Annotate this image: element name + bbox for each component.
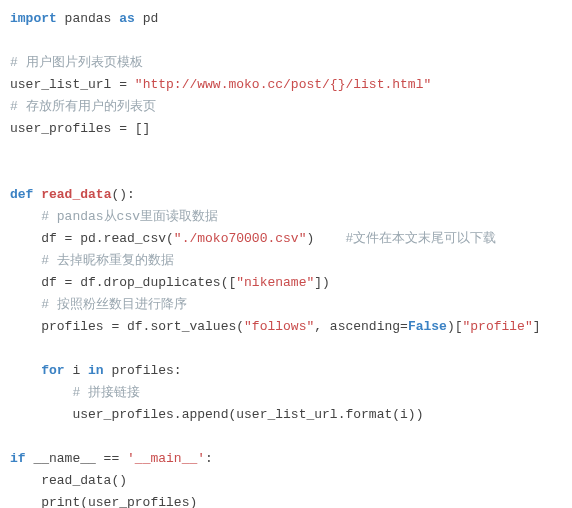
kw-import: import xyxy=(10,11,57,26)
bool-false: False xyxy=(408,319,447,334)
line-call: user_profiles.append(user_list_url.forma… xyxy=(10,407,423,422)
comment-inline: #文件在本文末尾可以下载 xyxy=(345,231,496,246)
string: "follows" xyxy=(244,319,314,334)
line-call: df = df.drop_duplicates(["nikename"]) xyxy=(10,275,330,290)
comment-line: # 去掉昵称重复的数据 xyxy=(10,253,174,268)
line-1: import pandas as pd xyxy=(10,11,158,26)
line-def: def read_data(): xyxy=(10,187,135,202)
kw-for: for xyxy=(41,363,64,378)
line-call: read_data() xyxy=(10,473,127,488)
line-assign: user_list_url = "http://www.moko.cc/post… xyxy=(10,77,431,92)
comment-line: # 按照粉丝数目进行降序 xyxy=(10,297,187,312)
comment-line: # pandas从csv里面读取数据 xyxy=(10,209,218,224)
fn-name: read_data xyxy=(41,187,111,202)
string: "profile" xyxy=(463,319,533,334)
kw-as: as xyxy=(119,11,135,26)
string: "nikename" xyxy=(236,275,314,290)
comment-line: # 拼接链接 xyxy=(10,385,140,400)
line-call: profiles = df.sort_values("follows", asc… xyxy=(10,319,541,334)
kw-def: def xyxy=(10,187,33,202)
line-assign: user_profiles = [] xyxy=(10,121,150,136)
comment-line: # 用户图片列表页模板 xyxy=(10,55,143,70)
string: "http://www.moko.cc/post/{}/list.html" xyxy=(135,77,431,92)
string: "./moko70000.csv" xyxy=(174,231,307,246)
kw-if: if xyxy=(10,451,26,466)
kw-in: in xyxy=(88,363,104,378)
line-if: if __name__ == '__main__': xyxy=(10,451,213,466)
line-call: print(user_profiles) xyxy=(10,495,197,508)
code-block: import pandas as pd # 用户图片列表页模板 user_lis… xyxy=(0,0,572,508)
line-call: df = pd.read_csv("./moko70000.csv") #文件在… xyxy=(10,231,496,246)
line-for: for i in profiles: xyxy=(10,363,182,378)
string: '__main__' xyxy=(127,451,205,466)
comment-line: # 存放所有用户的列表页 xyxy=(10,99,156,114)
